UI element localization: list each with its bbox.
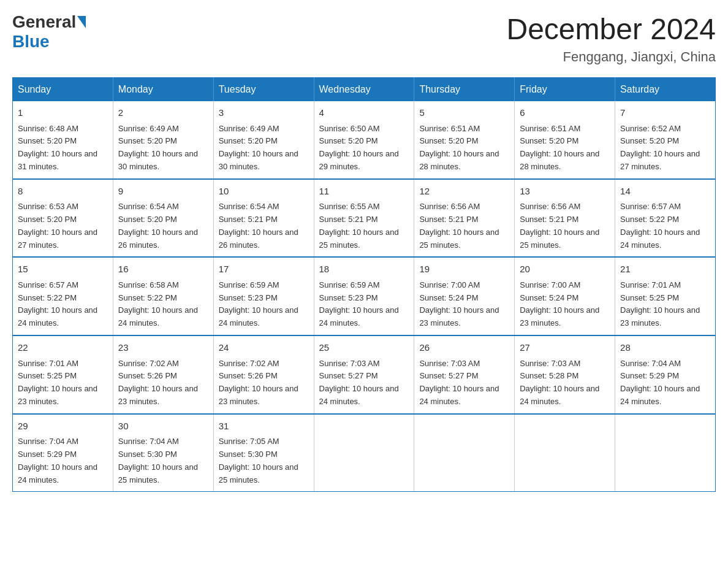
calendar-cell: 18Sunrise: 6:59 AMSunset: 5:23 PMDayligh… <box>314 257 414 335</box>
day-number: 31 <box>219 419 309 434</box>
calendar-title: December 2024 <box>506 12 716 46</box>
calendar-cell: 26Sunrise: 7:03 AMSunset: 5:27 PMDayligh… <box>414 335 515 414</box>
calendar-cell: 23Sunrise: 7:02 AMSunset: 5:26 PMDayligh… <box>113 335 213 414</box>
day-info: Sunrise: 7:04 AMSunset: 5:29 PMDaylight:… <box>18 435 108 486</box>
calendar-cell <box>615 414 716 492</box>
day-info: Sunrise: 6:49 AMSunset: 5:20 PMDaylight:… <box>118 123 208 174</box>
calendar-cell <box>515 414 615 492</box>
calendar-cell: 5Sunrise: 6:51 AMSunset: 5:20 PMDaylight… <box>414 101 515 179</box>
calendar-cell: 24Sunrise: 7:02 AMSunset: 5:26 PMDayligh… <box>213 335 314 414</box>
day-number: 24 <box>219 341 309 355</box>
calendar-day-header: Monday <box>113 78 213 102</box>
calendar-week-row: 29Sunrise: 7:04 AMSunset: 5:29 PMDayligh… <box>13 414 716 492</box>
day-number: 29 <box>18 419 108 434</box>
day-number: 1 <box>18 106 108 120</box>
calendar-subtitle: Fenggang, Jiangxi, China <box>506 49 716 65</box>
day-info: Sunrise: 7:02 AMSunset: 5:26 PMDaylight:… <box>118 358 208 408</box>
calendar-cell: 6Sunrise: 6:51 AMSunset: 5:20 PMDaylight… <box>515 101 615 179</box>
day-number: 4 <box>319 106 409 120</box>
calendar-cell <box>314 414 414 492</box>
calendar-cell: 15Sunrise: 6:57 AMSunset: 5:22 PMDayligh… <box>13 257 113 335</box>
day-info: Sunrise: 6:53 AMSunset: 5:20 PMDaylight:… <box>18 201 108 251</box>
calendar-cell: 1Sunrise: 6:48 AMSunset: 5:20 PMDaylight… <box>13 101 113 179</box>
logo-arrow-icon <box>77 16 86 28</box>
calendar-cell: 22Sunrise: 7:01 AMSunset: 5:25 PMDayligh… <box>13 335 113 414</box>
calendar-cell: 30Sunrise: 7:04 AMSunset: 5:30 PMDayligh… <box>113 414 213 492</box>
day-number: 5 <box>419 106 509 120</box>
calendar-table: SundayMondayTuesdayWednesdayThursdayFrid… <box>12 77 716 492</box>
day-info: Sunrise: 7:02 AMSunset: 5:26 PMDaylight:… <box>219 358 309 408</box>
day-info: Sunrise: 6:57 AMSunset: 5:22 PMDaylight:… <box>18 279 108 330</box>
calendar-cell: 31Sunrise: 7:05 AMSunset: 5:30 PMDayligh… <box>213 414 314 492</box>
day-number: 27 <box>520 341 610 355</box>
day-number: 19 <box>419 262 509 277</box>
day-info: Sunrise: 7:03 AMSunset: 5:27 PMDaylight:… <box>419 358 509 408</box>
day-number: 17 <box>219 262 309 277</box>
day-info: Sunrise: 6:52 AMSunset: 5:20 PMDaylight:… <box>620 123 710 174</box>
calendar-week-row: 22Sunrise: 7:01 AMSunset: 5:25 PMDayligh… <box>13 335 716 414</box>
day-number: 20 <box>520 262 610 277</box>
day-info: Sunrise: 6:58 AMSunset: 5:22 PMDaylight:… <box>118 279 208 330</box>
calendar-cell <box>414 414 515 492</box>
calendar-day-header: Saturday <box>615 78 716 102</box>
calendar-cell: 25Sunrise: 7:03 AMSunset: 5:27 PMDayligh… <box>314 335 414 414</box>
day-info: Sunrise: 6:50 AMSunset: 5:20 PMDaylight:… <box>319 123 409 174</box>
day-info: Sunrise: 6:55 AMSunset: 5:21 PMDaylight:… <box>319 201 409 251</box>
day-number: 23 <box>118 341 208 355</box>
day-number: 8 <box>18 185 108 199</box>
day-number: 11 <box>319 185 409 199</box>
calendar-week-row: 1Sunrise: 6:48 AMSunset: 5:20 PMDaylight… <box>13 101 716 179</box>
calendar-cell: 21Sunrise: 7:01 AMSunset: 5:25 PMDayligh… <box>615 257 716 335</box>
day-number: 13 <box>520 185 610 199</box>
calendar-day-header: Sunday <box>13 78 113 102</box>
calendar-day-header: Wednesday <box>314 78 414 102</box>
day-info: Sunrise: 6:54 AMSunset: 5:21 PMDaylight:… <box>219 201 309 251</box>
logo-blue-text: Blue <box>12 32 50 52</box>
day-number: 2 <box>118 106 208 120</box>
calendar-cell: 3Sunrise: 6:49 AMSunset: 5:20 PMDaylight… <box>213 101 314 179</box>
calendar-cell: 19Sunrise: 7:00 AMSunset: 5:24 PMDayligh… <box>414 257 515 335</box>
day-info: Sunrise: 7:03 AMSunset: 5:27 PMDaylight:… <box>319 358 409 408</box>
calendar-cell: 10Sunrise: 6:54 AMSunset: 5:21 PMDayligh… <box>213 179 314 258</box>
day-number: 3 <box>219 106 309 120</box>
day-info: Sunrise: 7:03 AMSunset: 5:28 PMDaylight:… <box>520 358 610 408</box>
day-info: Sunrise: 6:54 AMSunset: 5:20 PMDaylight:… <box>118 201 208 251</box>
calendar-week-row: 8Sunrise: 6:53 AMSunset: 5:20 PMDaylight… <box>13 179 716 258</box>
calendar-cell: 2Sunrise: 6:49 AMSunset: 5:20 PMDaylight… <box>113 101 213 179</box>
day-number: 9 <box>118 185 208 199</box>
calendar-cell: 4Sunrise: 6:50 AMSunset: 5:20 PMDaylight… <box>314 101 414 179</box>
day-number: 26 <box>419 341 509 355</box>
calendar-header-row: SundayMondayTuesdayWednesdayThursdayFrid… <box>13 78 716 102</box>
day-info: Sunrise: 6:51 AMSunset: 5:20 PMDaylight:… <box>419 123 509 174</box>
day-info: Sunrise: 6:59 AMSunset: 5:23 PMDaylight:… <box>319 279 409 330</box>
day-number: 16 <box>118 262 208 277</box>
calendar-cell: 17Sunrise: 6:59 AMSunset: 5:23 PMDayligh… <box>213 257 314 335</box>
day-info: Sunrise: 7:04 AMSunset: 5:29 PMDaylight:… <box>620 358 710 408</box>
day-number: 22 <box>18 341 108 355</box>
day-info: Sunrise: 7:04 AMSunset: 5:30 PMDaylight:… <box>118 435 208 486</box>
calendar-day-header: Friday <box>515 78 615 102</box>
calendar-cell: 13Sunrise: 6:56 AMSunset: 5:21 PMDayligh… <box>515 179 615 258</box>
day-number: 18 <box>319 262 409 277</box>
calendar-day-header: Tuesday <box>213 78 314 102</box>
day-info: Sunrise: 7:00 AMSunset: 5:24 PMDaylight:… <box>520 279 610 330</box>
logo-general-text: General <box>12 12 76 32</box>
calendar-cell: 29Sunrise: 7:04 AMSunset: 5:29 PMDayligh… <box>13 414 113 492</box>
day-number: 10 <box>219 185 309 199</box>
calendar-cell: 20Sunrise: 7:00 AMSunset: 5:24 PMDayligh… <box>515 257 615 335</box>
calendar-cell: 12Sunrise: 6:56 AMSunset: 5:21 PMDayligh… <box>414 179 515 258</box>
calendar-cell: 11Sunrise: 6:55 AMSunset: 5:21 PMDayligh… <box>314 179 414 258</box>
day-number: 15 <box>18 262 108 277</box>
calendar-week-row: 15Sunrise: 6:57 AMSunset: 5:22 PMDayligh… <box>13 257 716 335</box>
calendar-cell: 8Sunrise: 6:53 AMSunset: 5:20 PMDaylight… <box>13 179 113 258</box>
day-number: 28 <box>620 341 710 355</box>
day-info: Sunrise: 6:49 AMSunset: 5:20 PMDaylight:… <box>219 123 309 174</box>
calendar-cell: 7Sunrise: 6:52 AMSunset: 5:20 PMDaylight… <box>615 101 716 179</box>
page-header: General Blue December 2024 Fenggang, Jia… <box>12 12 716 65</box>
logo: General Blue <box>12 12 87 52</box>
calendar-cell: 28Sunrise: 7:04 AMSunset: 5:29 PMDayligh… <box>615 335 716 414</box>
day-number: 25 <box>319 341 409 355</box>
calendar-cell: 9Sunrise: 6:54 AMSunset: 5:20 PMDaylight… <box>113 179 213 258</box>
day-info: Sunrise: 7:00 AMSunset: 5:24 PMDaylight:… <box>419 279 509 330</box>
day-number: 21 <box>620 262 710 277</box>
